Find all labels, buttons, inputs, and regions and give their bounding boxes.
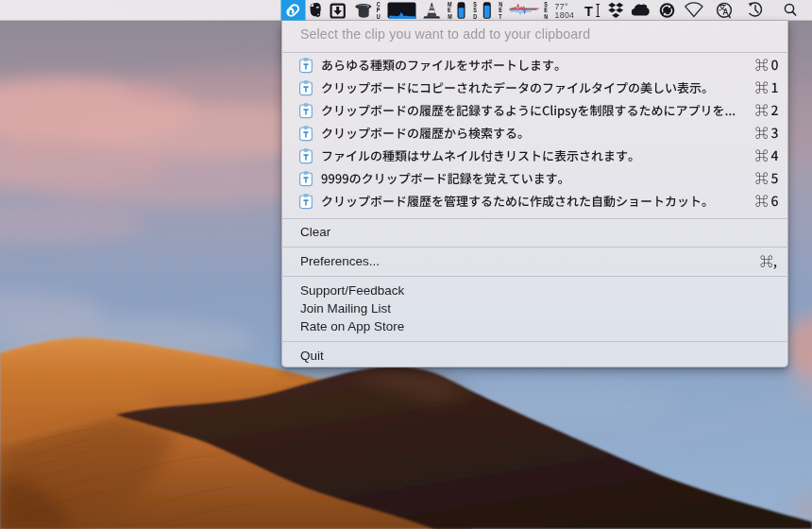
svg-text:N: N: [544, 12, 548, 20]
svg-text:77°: 77°: [555, 2, 568, 11]
svg-text:T: T: [584, 4, 593, 19]
svg-text:1804: 1804: [555, 10, 575, 20]
svg-text:T: T: [499, 12, 501, 20]
svg-text:D: D: [473, 12, 477, 20]
svg-text:M: M: [448, 12, 452, 20]
svg-text:U: U: [377, 12, 381, 20]
